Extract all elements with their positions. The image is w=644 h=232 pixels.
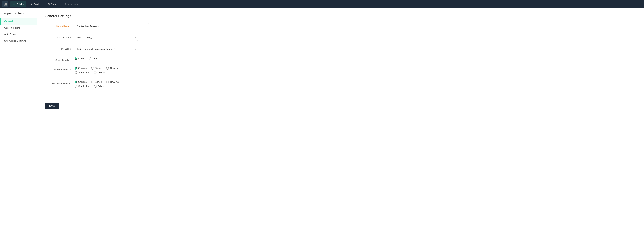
name-delimiter-space-label: Space bbox=[95, 67, 102, 70]
serial-number-show-radio[interactable] bbox=[74, 57, 77, 60]
address-delimiter-others-option[interactable]: Others bbox=[94, 85, 105, 88]
svg-rect-1 bbox=[6, 3, 6, 4]
name-delimiter-semicolon-label: Semicolon bbox=[78, 71, 90, 74]
name-delimiter-control: Comma Space Newline Semicolon bbox=[74, 67, 149, 75]
serial-number-control: Show Hide bbox=[74, 57, 149, 62]
address-delimiter-comma-radio[interactable] bbox=[74, 81, 77, 83]
svg-rect-0 bbox=[4, 3, 5, 4]
nav-tab-share-label: Share bbox=[51, 3, 58, 5]
builder-icon bbox=[13, 2, 15, 6]
address-delimiter-label: Address Delimiter bbox=[45, 81, 74, 85]
form-divider bbox=[45, 94, 636, 95]
address-delimiter-semicolon-option[interactable]: Semicolon bbox=[74, 85, 90, 88]
time-zone-label: Time Zone bbox=[45, 46, 74, 50]
address-delimiter-radio-group: Comma Space Newline bbox=[74, 81, 149, 85]
name-delimiter-comma-option[interactable]: Comma bbox=[74, 67, 87, 70]
sidebar-item-auto-filters[interactable]: Auto Filters bbox=[0, 31, 37, 38]
nav-tab-approvals-label: Approvals bbox=[67, 3, 78, 5]
content-area: General Settings Report Name Date Format… bbox=[37, 8, 644, 232]
page-title: General Settings bbox=[45, 14, 636, 18]
svg-rect-2 bbox=[4, 4, 5, 5]
address-delimiter-space-label: Space bbox=[95, 81, 102, 83]
date-format-control: dd-MMM-yyyy MM/dd/yyyy dd/MM/yyyy yyyy-M… bbox=[74, 35, 138, 41]
name-delimiter-label: Name Delimiter bbox=[45, 67, 74, 71]
address-delimiter-semicolon-label: Semicolon bbox=[78, 85, 90, 88]
report-name-row: Report Name bbox=[45, 23, 636, 29]
nav-tab-builder[interactable]: Builder bbox=[10, 1, 26, 7]
address-delimiter-space-option[interactable]: Space bbox=[91, 81, 102, 83]
main-layout: Report Options General Custom Filters Au… bbox=[0, 8, 644, 232]
address-delimiter-newline-label: Newline bbox=[110, 81, 118, 83]
address-delimiter-space-radio[interactable] bbox=[91, 81, 94, 83]
topnav: Builder Entries Share Approvals bbox=[0, 0, 644, 8]
name-delimiter-semicolon-option[interactable]: Semicolon bbox=[74, 71, 90, 74]
name-delimiter-space-option[interactable]: Space bbox=[91, 67, 102, 70]
sidebar-item-show-hide-columns[interactable]: Show/Hide Columns bbox=[0, 38, 37, 44]
name-delimiter-row: Name Delimiter Comma Space Newline bbox=[45, 67, 636, 75]
name-delimiter-others-radio[interactable] bbox=[94, 71, 97, 74]
svg-line-14 bbox=[48, 3, 49, 3]
name-delimiter-newline-option[interactable]: Newline bbox=[106, 67, 118, 70]
name-delimiter-newline-label: Newline bbox=[110, 67, 118, 70]
home-button[interactable] bbox=[2, 1, 8, 7]
svg-rect-3 bbox=[6, 4, 6, 5]
date-format-label: Date Format bbox=[45, 35, 74, 39]
approvals-icon bbox=[63, 2, 66, 6]
nav-tab-entries-label: Entries bbox=[34, 3, 41, 5]
sidebar: Report Options General Custom Filters Au… bbox=[0, 8, 37, 232]
svg-point-10 bbox=[49, 3, 50, 3]
name-delimiter-comma-radio[interactable] bbox=[74, 67, 77, 70]
sidebar-item-general[interactable]: General bbox=[0, 18, 37, 24]
nav-tab-approvals[interactable]: Approvals bbox=[61, 1, 80, 7]
name-delimiter-semicolon-radio[interactable] bbox=[74, 71, 77, 74]
name-delimiter-newline-radio[interactable] bbox=[106, 67, 109, 70]
report-name-label: Report Name bbox=[45, 23, 74, 27]
name-delimiter-space-radio[interactable] bbox=[91, 67, 94, 70]
serial-number-show-option[interactable]: Show bbox=[74, 57, 84, 60]
serial-number-hide-label: Hide bbox=[92, 57, 98, 60]
address-delimiter-others-label: Others bbox=[98, 85, 105, 88]
report-name-control bbox=[74, 23, 149, 29]
serial-number-row: Serial Number Show Hide bbox=[45, 57, 636, 62]
sidebar-title: Report Options bbox=[0, 12, 37, 18]
name-delimiter-others-option[interactable]: Others bbox=[94, 71, 105, 74]
svg-point-11 bbox=[48, 3, 48, 4]
report-name-input[interactable] bbox=[74, 23, 149, 29]
address-delimiter-comma-option[interactable]: Comma bbox=[74, 81, 87, 83]
serial-number-radio-group: Show Hide bbox=[74, 57, 149, 62]
address-delimiter-radio-group-2: Semicolon Others bbox=[74, 85, 149, 89]
serial-number-show-label: Show bbox=[78, 57, 84, 60]
sidebar-item-custom-filters[interactable]: Custom Filters bbox=[0, 24, 37, 31]
serial-number-hide-radio[interactable] bbox=[89, 57, 92, 60]
time-zone-control: India Standard Time (Asia/Calcutta) UTC … bbox=[74, 46, 138, 52]
address-delimiter-others-radio[interactable] bbox=[94, 85, 97, 88]
address-delimiter-semicolon-radio[interactable] bbox=[74, 85, 77, 88]
nav-tab-entries[interactable]: Entries bbox=[27, 1, 44, 7]
share-icon bbox=[47, 2, 50, 6]
nav-tab-share[interactable]: Share bbox=[44, 1, 60, 7]
date-format-select[interactable]: dd-MMM-yyyy MM/dd/yyyy dd/MM/yyyy yyyy-M… bbox=[74, 35, 138, 41]
address-delimiter-newline-radio[interactable] bbox=[106, 81, 109, 83]
address-delimiter-comma-label: Comma bbox=[78, 81, 87, 83]
name-delimiter-radio-group: Comma Space Newline bbox=[74, 67, 149, 71]
address-delimiter-row: Address Delimiter Comma Space Newline bbox=[45, 81, 636, 89]
serial-number-label: Serial Number bbox=[45, 57, 74, 62]
name-delimiter-others-label: Others bbox=[98, 71, 105, 74]
time-zone-row: Time Zone India Standard Time (Asia/Calc… bbox=[45, 46, 636, 52]
name-delimiter-radio-group-2: Semicolon Others bbox=[74, 71, 149, 75]
svg-point-12 bbox=[49, 4, 50, 5]
address-delimiter-newline-option[interactable]: Newline bbox=[106, 81, 118, 83]
nav-tab-builder-label: Builder bbox=[16, 3, 24, 5]
serial-number-hide-option[interactable]: Hide bbox=[89, 57, 98, 60]
entries-icon bbox=[30, 2, 32, 6]
address-delimiter-control: Comma Space Newline Semicolon bbox=[74, 81, 149, 89]
time-zone-select[interactable]: India Standard Time (Asia/Calcutta) UTC … bbox=[74, 46, 138, 52]
svg-line-13 bbox=[48, 4, 49, 4]
name-delimiter-comma-label: Comma bbox=[78, 67, 87, 70]
save-button[interactable]: Save bbox=[45, 103, 59, 109]
date-format-row: Date Format dd-MMM-yyyy MM/dd/yyyy dd/MM… bbox=[45, 35, 636, 41]
